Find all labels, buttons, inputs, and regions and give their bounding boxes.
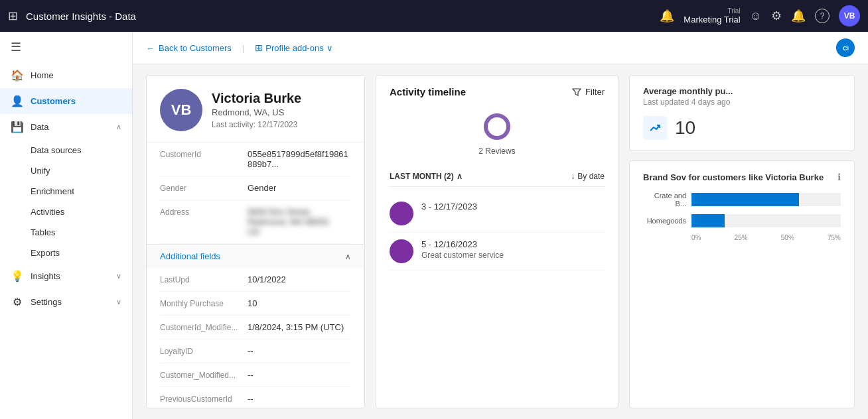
data-icon: 💾 — [11, 121, 24, 133]
sidebar-item-exports[interactable]: Exports — [0, 243, 132, 263]
bar-row-1: Homegoods — [643, 214, 841, 227]
help-icon[interactable]: ? — [815, 9, 830, 23]
x-axis-label-3: 75% — [828, 234, 841, 241]
sidebar-item-label: Home — [31, 70, 54, 80]
reviews-circle-chart — [481, 111, 513, 143]
bell-icon[interactable]: 🔔 — [791, 9, 806, 23]
sidebar-item-data[interactable]: 💾 Data ∧ — [0, 114, 132, 140]
top-navigation: ⊞ Customer Insights - Data 🔔 Trial Marke… — [0, 0, 868, 32]
customer-name: Victoria Burke — [212, 91, 301, 106]
customer-location: Redmond, WA, US — [212, 107, 301, 117]
field-label-gender: Gender — [160, 183, 240, 193]
field-value-customerid: 055e8517899d5ef8f19861889b7... — [248, 149, 351, 169]
field-customerid-modified: CustomerId_Modifie... 1/8/2024, 3:15 PM … — [160, 316, 351, 339]
hamburger-menu[interactable]: ☰ — [0, 32, 132, 62]
sidebar-item-data-sources[interactable]: Data sources — [0, 140, 132, 160]
metric-value-row: 10 — [643, 116, 841, 140]
profile-addons-label: Profile add-ons — [265, 43, 323, 53]
customer-header: VB Victoria Burke Redmond, WA, US Last a… — [147, 76, 364, 143]
x-axis: 0% 25% 50% 75% — [643, 234, 841, 241]
trend-up-icon — [648, 121, 662, 135]
metric-card-title: Average monthly pu... — [643, 86, 841, 96]
grid-icon[interactable]: ⊞ — [8, 9, 18, 23]
filter-icon — [572, 88, 581, 97]
bar-label-0: Crate and B... — [643, 192, 686, 208]
field-previous-customerid: PreviousCustomerId -- — [160, 387, 351, 408]
field-label-customerid: CustomerId — [160, 149, 240, 159]
sidebar-item-insights[interactable]: 💡 Insights ∨ — [0, 263, 132, 289]
sidebar-item-home[interactable]: 🏠 Home — [0, 62, 132, 88]
chevron-down-icon: ∨ — [116, 272, 121, 280]
timeline-section: LAST MONTH (2) ∧ ↓ By date 3 - 12/17/20 — [376, 166, 618, 270]
field-label-prev-customerid: PreviousCustomerId — [160, 394, 240, 404]
activity-timeline-panel: Activity timeline Filter — [376, 75, 618, 408]
app-title: Customer Insights - Data — [26, 11, 652, 22]
field-value-loyaltyid: -- — [248, 346, 253, 356]
activity-title: Activity timeline — [390, 86, 466, 97]
reviews-section: 2 Reviews — [376, 104, 618, 166]
field-label-customer-mod: Customer_Modified... — [160, 370, 240, 380]
sidebar: ☰ 🏠 Home 👤 Customers 💾 Data ∧ Data sourc… — [0, 32, 133, 419]
bar-track-1 — [691, 214, 841, 227]
additional-fields-header[interactable]: Additional fields ∧ — [147, 244, 364, 268]
svg-text:CI: CI — [843, 45, 849, 52]
sidebar-item-activities[interactable]: Activities — [0, 202, 132, 222]
customer-profile-panel: VB Victoria Burke Redmond, WA, US Last a… — [146, 75, 365, 408]
sort-button[interactable]: ↓ By date — [571, 172, 605, 181]
brand-chart-card: Brand Sov for customers like Victoria Bu… — [629, 160, 855, 408]
back-arrow-icon: ← — [146, 43, 155, 53]
field-label-monthly: Monthly Purchase — [160, 298, 240, 308]
chevron-up-icon: ∧ — [345, 252, 351, 261]
field-value-customer-mod: -- — [248, 370, 253, 380]
profile-icon: ⊞ — [255, 42, 263, 53]
field-label-address: Address — [160, 207, 240, 217]
trial-info: Trial Marketing Trial — [684, 7, 740, 25]
x-axis-label-2: 50% — [781, 234, 794, 241]
additional-fields-title: Additional fields — [160, 251, 220, 261]
smiley-icon[interactable]: ☺ — [750, 9, 762, 23]
insights-icon: 💡 — [11, 270, 24, 282]
timeline-dot — [390, 202, 413, 225]
sidebar-item-customers[interactable]: 👤 Customers — [0, 88, 132, 114]
timeline-dot — [390, 239, 413, 263]
field-value-monthly: 10 — [248, 298, 257, 308]
notifications-icon[interactable]: 🔔 — [660, 9, 674, 23]
x-axis-label-1: 25% — [735, 234, 748, 241]
sidebar-item-enrichment[interactable]: Enrichment — [0, 181, 132, 202]
metric-number: 10 — [675, 117, 695, 139]
field-value-prev-customerid: -- — [248, 394, 253, 404]
bar-fill-0 — [691, 193, 799, 206]
info-icon[interactable]: ℹ — [837, 172, 841, 182]
filter-label: Filter — [585, 87, 605, 97]
back-button[interactable]: ← Back to Customers — [146, 43, 232, 53]
month-label: LAST MONTH (2) ∧ — [390, 172, 463, 181]
field-label-customerid-mod: CustomerId_Modifie... — [160, 322, 240, 332]
timeline-content: 5 - 12/16/2023 Great customer service — [421, 239, 504, 260]
field-value-lastupd: 10/1/2022 — [248, 274, 286, 284]
dropdown-icon: ∨ — [326, 43, 333, 53]
filter-button[interactable]: Filter — [572, 87, 605, 97]
gear-icon: ⚙ — [11, 296, 24, 308]
field-value-address: 5600 Elm Street,Redmond, WA 98052US — [248, 207, 329, 237]
activity-header: Activity timeline Filter — [376, 76, 618, 104]
settings-icon[interactable]: ⚙ — [771, 9, 782, 23]
content-area: ← Back to Customers | ⊞ Profile add-ons … — [133, 32, 868, 419]
field-label-loyaltyid: LoyaltyID — [160, 346, 240, 356]
trial-name: Marketing Trial — [684, 15, 740, 25]
bar-fill-1 — [691, 214, 725, 227]
sidebar-item-unify[interactable]: Unify — [0, 160, 132, 181]
customer-field-list: CustomerId 055e8517899d5ef8f19861889b7..… — [147, 143, 364, 244]
bar-label-1: Homegoods — [643, 217, 686, 225]
chevron-up-icon: ∧ — [116, 123, 121, 131]
field-label-lastupd: LastUpd — [160, 274, 240, 284]
sort-icon: ↓ — [571, 172, 575, 181]
additional-fields-list: LastUpd 10/1/2022 Monthly Purchase 10 Cu… — [147, 268, 364, 408]
bar-chart: Crate and B... Homegoods — [643, 192, 841, 227]
profile-addons-button[interactable]: ⊞ Profile add-ons ∨ — [255, 42, 332, 53]
sidebar-item-settings[interactable]: ⚙ Settings ∨ — [0, 289, 132, 315]
field-gender: Gender Gender — [160, 176, 351, 200]
metric-icon — [643, 116, 667, 140]
avatar[interactable]: VB — [839, 5, 860, 27]
sidebar-item-tables[interactable]: Tables — [0, 222, 132, 243]
field-address: Address 5600 Elm Street,Redmond, WA 9805… — [160, 200, 351, 244]
